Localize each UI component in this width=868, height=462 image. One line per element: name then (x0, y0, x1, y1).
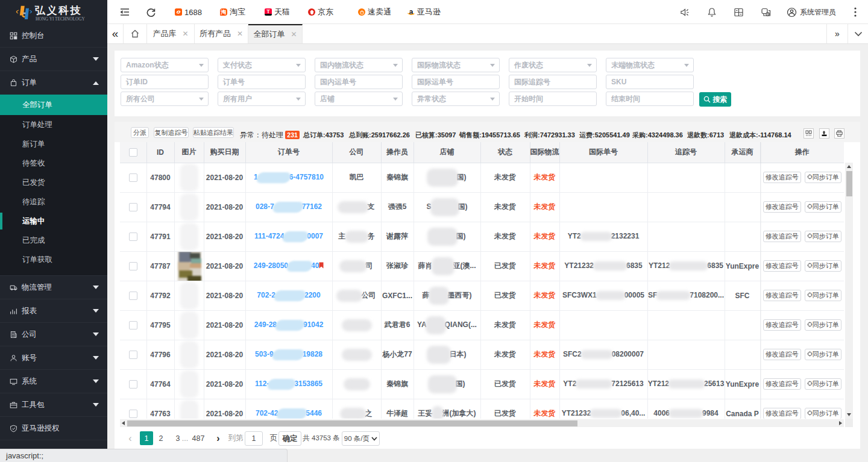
svg-text:HONG YI TECHNOLOGY: HONG YI TECHNOLOGY (36, 16, 86, 22)
svg-text:弘义科技: 弘义科技 (34, 5, 82, 16)
